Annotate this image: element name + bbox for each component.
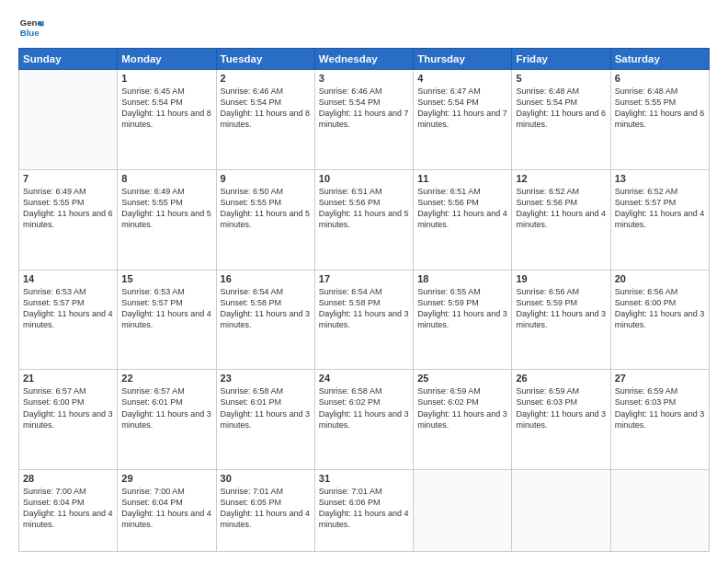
day-info: Sunrise: 6:53 AMSunset: 5:57 PMDaylight:… <box>121 286 211 331</box>
day-number: 20 <box>615 273 705 284</box>
day-number: 19 <box>516 273 606 284</box>
week-row-4: 21Sunrise: 6:57 AMSunset: 6:00 PMDayligh… <box>19 370 710 470</box>
day-info: Sunrise: 7:00 AMSunset: 6:04 PMDaylight:… <box>121 486 211 531</box>
day-info: Sunrise: 6:50 AMSunset: 5:55 PMDaylight:… <box>221 186 311 231</box>
day-info: Sunrise: 6:56 AMSunset: 5:59 PMDaylight:… <box>516 286 606 331</box>
calendar-cell: 30Sunrise: 7:01 AMSunset: 6:05 PMDayligh… <box>216 470 314 552</box>
day-number: 25 <box>417 373 507 384</box>
calendar-cell: 11Sunrise: 6:51 AMSunset: 5:56 PMDayligh… <box>414 169 512 270</box>
day-info: Sunrise: 6:59 AMSunset: 6:03 PMDaylight:… <box>516 385 606 431</box>
day-info: Sunrise: 7:01 AMSunset: 6:06 PMDaylight:… <box>319 486 409 531</box>
calendar-cell: 18Sunrise: 6:55 AMSunset: 5:59 PMDayligh… <box>414 270 512 370</box>
day-number: 3 <box>319 73 409 84</box>
day-number: 24 <box>319 373 409 384</box>
logo: General Blue <box>18 15 44 40</box>
day-number: 11 <box>417 173 507 184</box>
day-number: 4 <box>417 73 507 84</box>
day-number: 10 <box>319 173 409 184</box>
day-info: Sunrise: 7:01 AMSunset: 6:05 PMDaylight:… <box>221 486 311 531</box>
day-number: 28 <box>23 473 113 484</box>
day-info: Sunrise: 6:49 AMSunset: 5:55 PMDaylight:… <box>23 186 113 231</box>
day-info: Sunrise: 6:53 AMSunset: 5:57 PMDaylight:… <box>23 286 113 331</box>
day-number: 21 <box>23 373 113 384</box>
day-info: Sunrise: 6:54 AMSunset: 5:58 PMDaylight:… <box>319 286 409 331</box>
calendar-cell: 31Sunrise: 7:01 AMSunset: 6:06 PMDayligh… <box>314 470 413 552</box>
calendar-cell <box>19 70 118 170</box>
day-info: Sunrise: 6:46 AMSunset: 5:54 PMDaylight:… <box>221 86 311 131</box>
day-info: Sunrise: 6:56 AMSunset: 6:00 PMDaylight:… <box>615 286 705 331</box>
calendar-cell <box>414 470 512 552</box>
weekday-header-monday: Monday <box>118 49 216 70</box>
page: General Blue SundayMondayTuesdayWednesda… <box>0 0 728 563</box>
calendar-cell: 14Sunrise: 6:53 AMSunset: 5:57 PMDayligh… <box>19 270 118 370</box>
day-info: Sunrise: 6:55 AMSunset: 5:59 PMDaylight:… <box>417 286 507 331</box>
weekday-header-sunday: Sunday <box>19 49 118 70</box>
day-number: 5 <box>516 73 606 84</box>
day-info: Sunrise: 6:48 AMSunset: 5:55 PMDaylight:… <box>615 86 705 131</box>
calendar-cell: 1Sunrise: 6:45 AMSunset: 5:54 PMDaylight… <box>118 70 216 170</box>
day-number: 22 <box>121 373 211 384</box>
day-number: 26 <box>516 373 606 384</box>
day-number: 8 <box>121 173 211 184</box>
calendar-cell: 4Sunrise: 6:47 AMSunset: 5:54 PMDaylight… <box>414 70 512 170</box>
day-number: 2 <box>221 73 311 84</box>
calendar-cell: 20Sunrise: 6:56 AMSunset: 6:00 PMDayligh… <box>610 270 709 370</box>
day-number: 13 <box>615 173 705 184</box>
week-row-5: 28Sunrise: 7:00 AMSunset: 6:04 PMDayligh… <box>19 470 710 552</box>
calendar-cell: 26Sunrise: 6:59 AMSunset: 6:03 PMDayligh… <box>512 370 610 470</box>
day-info: Sunrise: 6:59 AMSunset: 6:02 PMDaylight:… <box>417 385 507 431</box>
calendar-table: SundayMondayTuesdayWednesdayThursdayFrid… <box>18 48 710 552</box>
day-info: Sunrise: 6:52 AMSunset: 5:57 PMDaylight:… <box>615 186 705 231</box>
header: General Blue <box>18 15 710 40</box>
calendar-cell: 25Sunrise: 6:59 AMSunset: 6:02 PMDayligh… <box>414 370 512 470</box>
weekday-header-friday: Friday <box>512 49 610 70</box>
day-info: Sunrise: 6:58 AMSunset: 6:01 PMDaylight:… <box>221 385 311 431</box>
weekday-header-thursday: Thursday <box>414 49 512 70</box>
day-number: 12 <box>516 173 606 184</box>
day-info: Sunrise: 6:46 AMSunset: 5:54 PMDaylight:… <box>319 86 409 131</box>
calendar-cell: 27Sunrise: 6:59 AMSunset: 6:03 PMDayligh… <box>610 370 709 470</box>
day-number: 1 <box>121 73 211 84</box>
calendar-cell: 8Sunrise: 6:49 AMSunset: 5:55 PMDaylight… <box>118 169 216 270</box>
day-info: Sunrise: 6:54 AMSunset: 5:58 PMDaylight:… <box>221 286 311 331</box>
day-number: 6 <box>615 73 705 84</box>
calendar-cell: 10Sunrise: 6:51 AMSunset: 5:56 PMDayligh… <box>314 169 413 270</box>
weekday-header-row: SundayMondayTuesdayWednesdayThursdayFrid… <box>19 49 710 70</box>
calendar-cell: 7Sunrise: 6:49 AMSunset: 5:55 PMDaylight… <box>19 169 118 270</box>
calendar-cell: 3Sunrise: 6:46 AMSunset: 5:54 PMDaylight… <box>314 70 413 170</box>
day-info: Sunrise: 6:47 AMSunset: 5:54 PMDaylight:… <box>417 86 507 131</box>
calendar-cell: 15Sunrise: 6:53 AMSunset: 5:57 PMDayligh… <box>118 270 216 370</box>
week-row-3: 14Sunrise: 6:53 AMSunset: 5:57 PMDayligh… <box>19 270 710 370</box>
day-info: Sunrise: 6:51 AMSunset: 5:56 PMDaylight:… <box>319 186 409 231</box>
calendar-cell: 24Sunrise: 6:58 AMSunset: 6:02 PMDayligh… <box>314 370 413 470</box>
week-row-1: 1Sunrise: 6:45 AMSunset: 5:54 PMDaylight… <box>19 70 710 170</box>
calendar-cell: 23Sunrise: 6:58 AMSunset: 6:01 PMDayligh… <box>216 370 314 470</box>
calendar-cell: 22Sunrise: 6:57 AMSunset: 6:01 PMDayligh… <box>118 370 216 470</box>
calendar-cell: 5Sunrise: 6:48 AMSunset: 5:54 PMDaylight… <box>512 70 610 170</box>
calendar-cell <box>512 470 610 552</box>
week-row-2: 7Sunrise: 6:49 AMSunset: 5:55 PMDaylight… <box>19 169 710 270</box>
day-info: Sunrise: 6:58 AMSunset: 6:02 PMDaylight:… <box>319 385 409 431</box>
day-info: Sunrise: 6:51 AMSunset: 5:56 PMDaylight:… <box>417 186 507 231</box>
day-number: 27 <box>615 373 705 384</box>
calendar-cell: 19Sunrise: 6:56 AMSunset: 5:59 PMDayligh… <box>512 270 610 370</box>
calendar-cell: 21Sunrise: 6:57 AMSunset: 6:00 PMDayligh… <box>19 370 118 470</box>
calendar-cell: 12Sunrise: 6:52 AMSunset: 5:56 PMDayligh… <box>512 169 610 270</box>
day-number: 7 <box>23 173 113 184</box>
day-number: 9 <box>221 173 311 184</box>
day-number: 18 <box>417 273 507 284</box>
weekday-header-wednesday: Wednesday <box>314 49 413 70</box>
day-info: Sunrise: 6:49 AMSunset: 5:55 PMDaylight:… <box>121 186 211 231</box>
svg-text:Blue: Blue <box>20 28 40 38</box>
day-number: 31 <box>319 473 409 484</box>
day-number: 30 <box>221 473 311 484</box>
day-number: 17 <box>319 273 409 284</box>
calendar-cell: 16Sunrise: 6:54 AMSunset: 5:58 PMDayligh… <box>216 270 314 370</box>
logo-icon: General Blue <box>18 15 44 40</box>
day-number: 23 <box>221 373 311 384</box>
calendar-cell: 6Sunrise: 6:48 AMSunset: 5:55 PMDaylight… <box>610 70 709 170</box>
calendar-cell: 9Sunrise: 6:50 AMSunset: 5:55 PMDaylight… <box>216 169 314 270</box>
day-info: Sunrise: 6:45 AMSunset: 5:54 PMDaylight:… <box>121 86 211 131</box>
day-number: 14 <box>23 273 113 284</box>
weekday-header-tuesday: Tuesday <box>216 49 314 70</box>
